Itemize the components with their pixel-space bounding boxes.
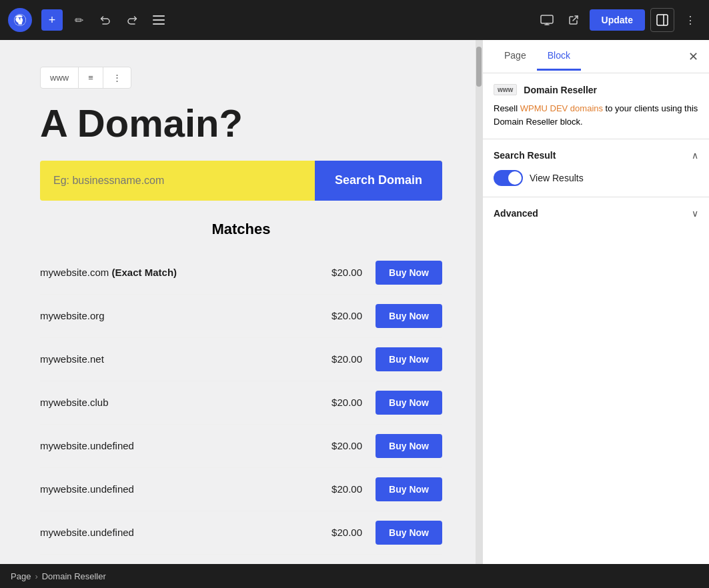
add-block-button[interactable]: +: [41, 9, 63, 31]
sidebar-header: Page Block ✕: [483, 40, 709, 73]
main-toolbar: + ✏ Update ⋮: [0, 0, 709, 40]
view-results-row: View Results: [494, 170, 698, 186]
undo-button[interactable]: [95, 9, 116, 31]
table-row: mywebsite.com (Exact Match) $20.00 Buy N…: [40, 251, 442, 295]
block-info-section: www Domain Reseller Resell WPMU DEV doma…: [483, 73, 709, 139]
view-results-toggle[interactable]: [494, 170, 523, 186]
svg-rect-3: [153, 23, 165, 25]
domain-price: $20.00: [315, 353, 362, 365]
more-options-button[interactable]: ⋮: [680, 9, 701, 31]
buy-now-button[interactable]: Buy Now: [376, 521, 442, 545]
sidebar-close-button[interactable]: ✕: [688, 49, 698, 64]
update-button[interactable]: Update: [590, 9, 645, 31]
search-result-title: Search Result: [494, 150, 556, 161]
domain-list: mywebsite.com (Exact Match) $20.00 Buy N…: [40, 251, 442, 555]
search-result-header[interactable]: Search Result ∧: [494, 150, 698, 161]
block-toolbar: www ≡ ⋮: [40, 67, 131, 89]
wpmu-dev-link[interactable]: WPMU DEV domains: [520, 103, 603, 113]
table-row: mywebsite.net $20.00 Buy Now: [40, 338, 442, 381]
buy-now-button[interactable]: Buy Now: [376, 347, 442, 371]
buy-now-button[interactable]: Buy Now: [376, 477, 442, 501]
domain-price: $20.00: [315, 310, 362, 321]
breadcrumb-page[interactable]: Page: [11, 571, 31, 581]
svg-rect-2: [153, 19, 165, 21]
block-www-handle[interactable]: www: [41, 67, 79, 88]
view-results-label: View Results: [530, 173, 584, 183]
svg-rect-5: [657, 15, 668, 25]
chevron-down-icon: ∨: [692, 208, 698, 219]
search-bar: Search Domain: [40, 161, 442, 201]
domain-name: mywebsite.undefined: [40, 483, 315, 495]
search-result-section: Search Result ∧ View Results: [483, 139, 709, 197]
toolbar-right: Update ⋮: [536, 8, 701, 32]
svg-rect-1: [153, 15, 165, 17]
breadcrumb-domain-reseller[interactable]: Domain Reseller: [42, 571, 106, 581]
redo-button[interactable]: [121, 9, 143, 31]
domain-price: $20.00: [315, 397, 362, 408]
domain-price: $20.00: [315, 267, 362, 278]
scrollbar-track: [476, 40, 482, 588]
edit-icon[interactable]: ✏: [68, 9, 89, 31]
external-link-button[interactable]: [563, 9, 584, 31]
table-row: mywebsite.org $20.00 Buy Now: [40, 295, 442, 338]
preview-monitor-button[interactable]: [536, 9, 558, 31]
toggle-knob: [508, 171, 522, 185]
block-move-handle[interactable]: ≡: [79, 67, 103, 88]
tab-page[interactable]: Page: [494, 42, 537, 71]
buy-now-button[interactable]: Buy Now: [376, 261, 442, 285]
table-row: mywebsite.undefined $20.00 Buy Now: [40, 425, 442, 468]
domain-name: mywebsite.undefined: [40, 440, 315, 451]
domain-name: mywebsite.org: [40, 310, 315, 321]
editor-area: www ≡ ⋮ A Domain? Search Domain Matches …: [0, 40, 482, 588]
matches-title: Matches: [40, 221, 442, 238]
chevron-up-icon: ∧: [692, 150, 698, 161]
domain-price: $20.00: [315, 483, 362, 495]
buy-now-button[interactable]: Buy Now: [376, 391, 442, 415]
right-sidebar: Page Block ✕ www Domain Reseller Resell …: [482, 40, 709, 588]
domain-price: $20.00: [315, 527, 362, 538]
advanced-title: Advanced: [494, 208, 538, 219]
domain-name: mywebsite.club: [40, 397, 315, 408]
sidebar-toggle-button[interactable]: [650, 8, 674, 32]
domain-name: mywebsite.net: [40, 353, 315, 365]
page-heading: A Domain?: [40, 102, 442, 145]
table-row: mywebsite.undefined $20.00 Buy Now: [40, 468, 442, 511]
breadcrumb-separator: ›: [35, 571, 37, 581]
svg-rect-4: [541, 15, 553, 23]
list-view-button[interactable]: [148, 9, 169, 31]
advanced-header[interactable]: Advanced ∨: [494, 208, 698, 219]
block-info-header: www Domain Reseller: [494, 84, 698, 95]
buy-now-button[interactable]: Buy Now: [376, 434, 442, 458]
search-domain-button[interactable]: Search Domain: [315, 161, 442, 201]
scrollbar-thumb[interactable]: [476, 47, 482, 87]
block-more-handle[interactable]: ⋮: [103, 67, 131, 88]
breadcrumb: Page › Domain Reseller: [0, 564, 709, 588]
advanced-section: Advanced ∨: [483, 197, 709, 229]
block-title: Domain Reseller: [524, 85, 597, 95]
wp-logo-icon[interactable]: [8, 8, 32, 32]
tab-block[interactable]: Block: [537, 42, 581, 71]
block-description: Resell WPMU DEV domains to your clients …: [494, 102, 698, 128]
domain-search-input[interactable]: [40, 161, 315, 201]
domain-price: $20.00: [315, 440, 362, 451]
domain-name: mywebsite.com (Exact Match): [40, 267, 315, 278]
domain-name: mywebsite.undefined: [40, 527, 315, 538]
www-badge: www: [494, 84, 517, 95]
table-row: mywebsite.club $20.00 Buy Now: [40, 381, 442, 425]
buy-now-button[interactable]: Buy Now: [376, 304, 442, 328]
main-layout: www ≡ ⋮ A Domain? Search Domain Matches …: [0, 40, 709, 588]
table-row: mywebsite.undefined $20.00 Buy Now: [40, 511, 442, 555]
